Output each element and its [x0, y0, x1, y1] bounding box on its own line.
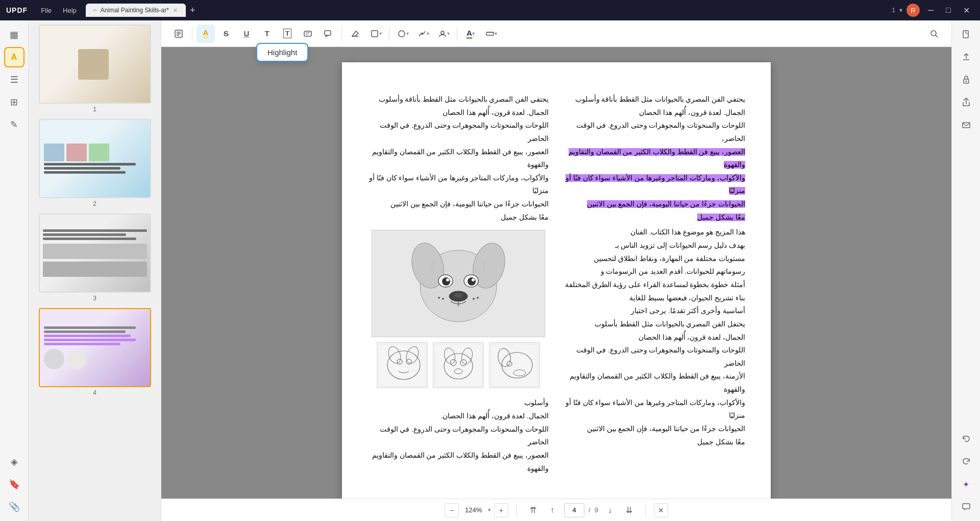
sidebar-bookmark[interactable]: 🔖: [4, 474, 24, 494]
search-button[interactable]: [925, 25, 943, 43]
sidebar-thumbnail-view[interactable]: ▦: [4, 25, 24, 45]
page-content: يحتفي الفن المصري بالحيوانات مثل القطط ب…: [342, 62, 771, 499]
thumbnail-page-3[interactable]: 3: [33, 214, 157, 302]
svg-rect-60: [963, 504, 970, 509]
zoom-value-label: 124%: [462, 506, 485, 514]
text-tool-btn-2[interactable]: T: [278, 25, 297, 43]
svg-point-28: [446, 278, 449, 281]
textbox-tool-btn[interactable]: [299, 25, 317, 43]
extra-line-4: العصور، يبيع فن القطط والكلاب الكثير من …: [368, 449, 549, 475]
text-tool-btn-1[interactable]: T: [258, 25, 276, 43]
para-line-17: اللوحات والمنحوتات والمجوهرات وحتى الدرو…: [564, 344, 745, 370]
bottom-bar: − 124% ▾ + ⇈ ↑ / 9 ↓ ⇊ ✕: [161, 499, 951, 521]
divider-2: [341, 27, 342, 41]
zoom-dropdown-arrow[interactable]: ▾: [488, 507, 491, 513]
export-icon[interactable]: [956, 47, 976, 67]
ruler-tool-btn[interactable]: ▾: [482, 25, 500, 43]
add-tab-button[interactable]: +: [186, 5, 200, 16]
zoom-in-button[interactable]: +: [494, 503, 508, 517]
pen-tool-btn[interactable]: ▾: [414, 25, 432, 43]
close-annotation-button[interactable]: ✕: [654, 503, 668, 517]
redo-icon[interactable]: [956, 452, 976, 472]
left-sidebar: ▦ A ☰ ⊞ ✎ ◈ 🔖 📎: [0, 20, 29, 521]
document-area[interactable]: يحتفي الفن المصري بالحيوانات مثل القطط ب…: [161, 47, 951, 499]
highlight-span-3: الحيوانات جزءًا من حياتنا اليومية، فإن ا…: [587, 200, 745, 208]
thumbnail-page-4[interactable]: 4: [33, 308, 157, 396]
ai-assist-icon[interactable]: ✦: [956, 474, 976, 494]
strikethrough-tool-btn[interactable]: S: [217, 25, 235, 43]
dog-portrait-image: [372, 230, 545, 337]
email-icon[interactable]: [956, 114, 976, 135]
user-dropdown-arrow[interactable]: ▾: [447, 31, 450, 36]
sidebar-attachment[interactable]: 📎: [4, 496, 24, 517]
page-number-input[interactable]: [564, 503, 584, 517]
toolbar: A S U T T: [161, 20, 951, 47]
color-dropdown-arrow[interactable]: ▾: [472, 31, 475, 36]
underline-tool-btn[interactable]: U: [237, 25, 256, 43]
para-line-10: مستويات مختلفة من المهارة، ونقاط انطلاق …: [564, 252, 745, 266]
shape-dropdown-arrow[interactable]: ▾: [406, 31, 409, 36]
menu-file[interactable]: File: [36, 5, 57, 16]
lock-icon[interactable]: [956, 69, 976, 90]
thumbnail-page-1[interactable]: 1: [33, 25, 157, 113]
sidebar-merge[interactable]: ⊞: [4, 92, 24, 112]
user-tool-btn[interactable]: ▾: [434, 25, 453, 43]
text-select-tool[interactable]: [169, 25, 188, 43]
maximize-button[interactable]: □: [942, 4, 955, 17]
highlight-tool-btn[interactable]: A: [197, 25, 215, 43]
para-highlighted-3: الحيوانات جزءًا من حياتنا اليومية، فإن ا…: [564, 198, 745, 211]
app-logo[interactable]: UPDF: [6, 6, 28, 14]
sidebar-highlight-tool[interactable]: A: [4, 47, 24, 67]
para-line-16: الجمال، لعدة قرون، أُلهم هذا الحصان: [564, 331, 745, 344]
sidebar-layers[interactable]: ◈: [4, 452, 24, 472]
thumb-image-3: [39, 214, 151, 293]
para-line-21: معًا بشكل جميل: [564, 436, 745, 449]
zoom-out-button[interactable]: −: [445, 503, 459, 517]
undo-icon[interactable]: [956, 429, 976, 449]
active-tab[interactable]: ✏ Animal Painting Skills-ar* ✕: [86, 4, 186, 17]
para-line-13: بناء تشريح الحيوان، فبعضها بسيط للغاية: [564, 292, 745, 305]
next-page-button[interactable]: ↓: [602, 503, 618, 518]
close-button[interactable]: ✕: [959, 4, 974, 17]
last-page-button[interactable]: ⇊: [622, 503, 637, 518]
version-dropdown[interactable]: ▾: [899, 7, 902, 14]
side-line-3: اللوحات والمنحوتات والمجوهرات وحتى الدرو…: [368, 119, 549, 145]
color-fill-btn[interactable]: A ▾: [461, 25, 480, 43]
eraser-tool-btn[interactable]: [346, 25, 364, 43]
svg-rect-42: [435, 345, 481, 386]
para-line-9: بهدف دليل رسم الحيوانات إلى تزويد الناس …: [564, 239, 745, 252]
svg-rect-59: [963, 123, 970, 128]
share-icon[interactable]: [956, 92, 976, 112]
stamp-dropdown-arrow[interactable]: ▾: [379, 31, 382, 36]
para-line-8: هذا المزيج هو موضوع هذا الكتاب. الفنان: [564, 226, 745, 239]
side-line-7: معًا بشكل جميل: [368, 211, 549, 224]
thumb-number-1: 1: [93, 106, 96, 113]
shape-tool-btn[interactable]: ▾: [394, 25, 412, 43]
sidebar-annotation[interactable]: ☰: [4, 69, 24, 90]
callout-tool-btn[interactable]: [319, 25, 337, 43]
side-line-1: يحتفي الفن المصري بالحيوانات مثل القطط ب…: [368, 93, 549, 106]
convert-pdf-icon[interactable]: [956, 25, 976, 45]
thumb-image-1: [39, 25, 151, 104]
chat-icon[interactable]: [956, 496, 976, 517]
sidebar-edit-text[interactable]: ✎: [4, 114, 24, 135]
stamp-tool-btn[interactable]: ▾: [366, 25, 385, 43]
first-page-button[interactable]: ⇈: [525, 503, 541, 518]
thumbnail-page-2[interactable]: 2: [33, 119, 157, 207]
extra-text-section: وأسلوب الجمال. لعدة قرون، أُلهم هذا الحص…: [368, 396, 549, 475]
prev-page-button[interactable]: ↑: [545, 503, 560, 518]
user-avatar[interactable]: R: [906, 4, 920, 17]
para-line-1: يحتفي الفن المصري بالحيوانات مثل القطط ب…: [564, 93, 745, 106]
tab-close-button[interactable]: ✕: [172, 7, 179, 14]
para-line-12: أمثلة خطوة بخطوة لمساعدة القراء على رؤية…: [564, 278, 745, 292]
menu-help[interactable]: Help: [58, 5, 82, 16]
ruler-dropdown-arrow[interactable]: ▾: [495, 31, 497, 36]
side-line-4: العصور، يبيع فن القطط والكلاب الكثير من …: [368, 146, 549, 172]
extra-line-3: اللوحات والمنحوتات والمجوهرات وحتى الدرو…: [368, 423, 549, 449]
main-area: ▦ A ☰ ⊞ ✎ ◈ 🔖 📎 1: [0, 20, 980, 521]
highlight-span-2: والأكواب، وماركات المتاجر وغيرها من الأش…: [566, 174, 745, 195]
svg-point-31: [454, 293, 462, 297]
pen-dropdown-arrow[interactable]: ▾: [427, 31, 429, 36]
para-highlighted-4: معًا بشكل جميل: [564, 211, 745, 224]
minimize-button[interactable]: ─: [924, 4, 938, 17]
